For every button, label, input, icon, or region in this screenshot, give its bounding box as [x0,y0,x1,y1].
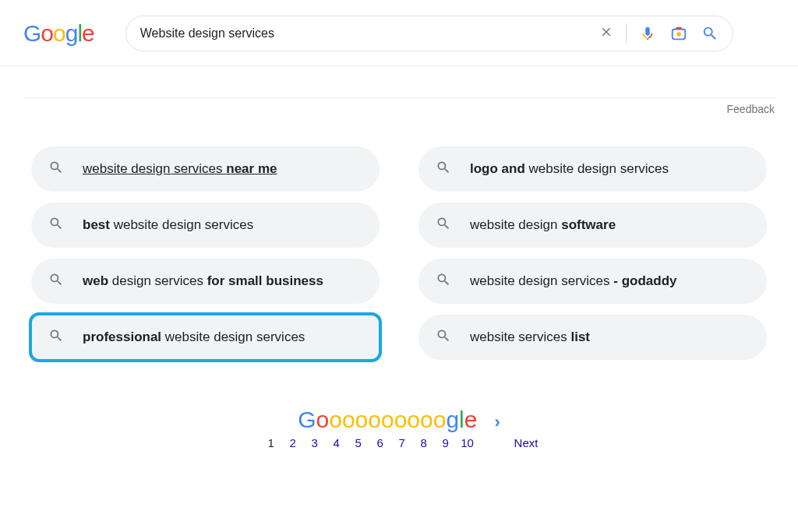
page-number[interactable]: 4 [326,436,348,449]
svg-rect-2 [676,27,681,30]
page-number: 1 [260,436,282,449]
mic-icon[interactable] [639,25,656,42]
search-icon[interactable] [701,25,719,42]
related-search-chip[interactable]: web design services for small business [31,259,380,304]
page-number[interactable]: 10 [457,436,478,449]
page-number[interactable]: 3 [304,436,326,449]
search-icon [48,272,64,291]
related-search-chip[interactable]: website design services - godaddy [418,259,767,304]
related-search-text: website services list [470,329,590,346]
camera-icon[interactable] [670,25,687,42]
related-search-chip[interactable]: website design services near me [31,146,380,192]
logo-letter: o [41,20,53,46]
page-number[interactable]: 8 [413,436,435,449]
related-search-chip[interactable]: logo and website design services [418,146,767,192]
search-icon [48,160,64,178]
related-searches: website design services near melogo and … [23,146,775,360]
related-search-chip[interactable]: professional website design services [31,315,380,360]
related-search-text: best website design services [83,217,253,234]
logo-letter: e [82,20,94,46]
search-icon [48,216,64,234]
page-number[interactable]: 6 [369,436,391,449]
svg-point-1 [676,32,681,37]
divider [626,23,627,44]
related-search-text: website design services - godaddy [470,273,676,290]
pagination-logo: Goooooooooogle› [23,407,775,433]
search-box[interactable] [125,16,733,51]
related-search-chip[interactable]: website services list [418,315,767,360]
clear-icon[interactable] [599,25,613,43]
header: Google [0,0,798,66]
next-link[interactable]: Next [514,436,538,449]
search-icon [436,216,451,234]
related-search-text: website design services near me [83,160,277,178]
google-logo[interactable]: Google [23,20,94,47]
page-number[interactable]: 2 [282,436,304,449]
pagination: Goooooooooogle› 12345678910Next [23,407,775,473]
search-icon [436,160,451,178]
page-number[interactable]: 9 [435,436,457,449]
logo-letter: o [53,20,65,46]
feedback-link[interactable]: Feedback [23,97,775,115]
next-arrow-icon[interactable]: › [494,412,500,432]
page-number[interactable]: 7 [391,436,413,449]
page-number[interactable]: 5 [348,436,369,449]
related-search-text: professional website design services [83,329,305,346]
logo-letter: g [65,20,78,46]
related-search-chip[interactable]: best website design services [31,203,380,248]
search-icon [48,328,64,347]
logo-letter: G [23,20,41,46]
related-search-chip[interactable]: website design software [418,203,767,248]
search-icon [436,328,451,347]
page-numbers: 12345678910Next [23,436,775,449]
search-icon [436,272,451,291]
search-input[interactable] [140,26,599,41]
related-search-text: logo and website design services [470,160,669,178]
related-search-text: website design software [470,217,616,234]
related-search-text: web design services for small business [83,273,323,290]
